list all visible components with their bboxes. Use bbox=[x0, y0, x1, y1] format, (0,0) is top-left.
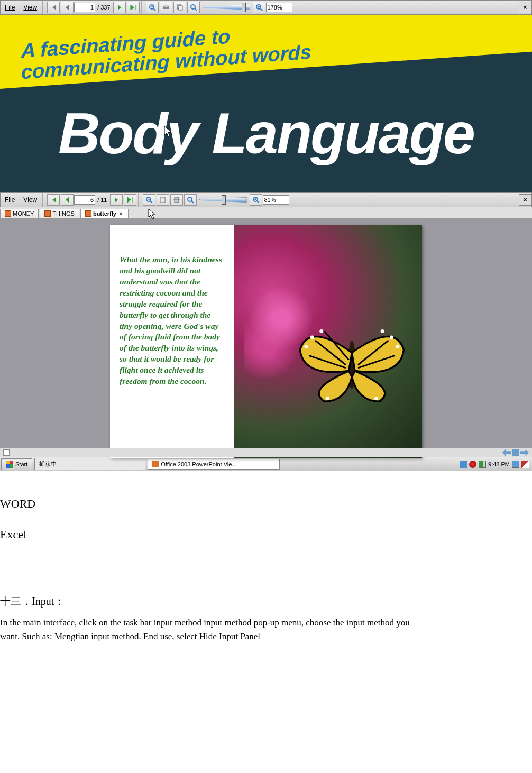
close-button[interactable]: × bbox=[519, 194, 531, 206]
next-page-button[interactable] bbox=[110, 194, 123, 206]
prev-slide-button[interactable] bbox=[502, 449, 511, 456]
ppt-icon bbox=[152, 461, 159, 467]
svg-point-33 bbox=[319, 329, 323, 333]
viewer2-statusbar bbox=[0, 448, 532, 457]
fit-button[interactable] bbox=[184, 194, 197, 206]
slide-body-text: What the man, in his kindness and his go… bbox=[120, 254, 225, 387]
print-button[interactable] bbox=[160, 2, 172, 13]
separator bbox=[138, 193, 141, 207]
file-menu[interactable]: File bbox=[1, 195, 19, 205]
tab-things[interactable]: THINGS bbox=[40, 209, 79, 218]
document-tab-strip: MONEY THINGS butterfly× bbox=[0, 207, 532, 219]
task-label: 捕获中 bbox=[39, 460, 57, 468]
zoom-value-input[interactable] bbox=[263, 195, 289, 205]
view-mode-icon[interactable] bbox=[3, 449, 10, 456]
current-slide-button[interactable] bbox=[512, 449, 519, 456]
task-capture[interactable]: 捕获中 bbox=[34, 458, 145, 470]
viewer1-toolbar: File View / 337 × bbox=[0, 0, 532, 15]
mouse-cursor-icon bbox=[148, 208, 157, 220]
zoom-out-button[interactable] bbox=[143, 194, 155, 206]
mouse-cursor-icon bbox=[164, 126, 172, 137]
tray-pen-icon[interactable] bbox=[521, 461, 529, 468]
tab-label: MONEY bbox=[13, 210, 34, 217]
zoom-slider[interactable] bbox=[199, 194, 247, 206]
svg-point-37 bbox=[325, 397, 329, 400]
svg-line-10 bbox=[260, 8, 262, 11]
clock[interactable]: 9:48 PM bbox=[488, 461, 510, 467]
zoom-slider[interactable] bbox=[203, 2, 250, 13]
svg-point-19 bbox=[188, 197, 192, 201]
system-tray: 9:48 PM bbox=[456, 461, 532, 468]
tab-label: THINGS bbox=[52, 210, 75, 217]
view-menu[interactable]: View bbox=[19, 2, 41, 13]
heading-word: WORD bbox=[0, 497, 529, 511]
copy-button[interactable] bbox=[173, 2, 186, 13]
last-page-button[interactable] bbox=[124, 194, 136, 206]
tab-butterfly[interactable]: butterfly× bbox=[80, 209, 129, 218]
svg-point-38 bbox=[374, 397, 378, 400]
start-button[interactable]: Start bbox=[1, 458, 32, 470]
windows-taskbar: Start 捕获中 Office 2003 PowerPoint Vie... … bbox=[0, 457, 532, 471]
svg-line-14 bbox=[150, 201, 152, 203]
slide-image-region bbox=[234, 225, 422, 458]
section-13-title: 十三．Input： bbox=[0, 594, 529, 609]
zoom-value-input[interactable] bbox=[266, 3, 292, 12]
task-powerpoint-viewer[interactable]: Office 2003 PowerPoint Vie... bbox=[148, 459, 280, 470]
viewer1-document-area: A fascinating guide to communicating wit… bbox=[0, 15, 532, 192]
ppt-icon bbox=[85, 210, 91, 217]
svg-point-34 bbox=[396, 345, 399, 348]
last-page-button[interactable] bbox=[127, 2, 140, 13]
page-button[interactable] bbox=[157, 194, 169, 206]
first-page-button[interactable] bbox=[47, 2, 60, 13]
page-total-label: / 11 bbox=[95, 197, 109, 203]
tray-app-icon[interactable] bbox=[460, 461, 467, 468]
slide-text-region: What the man, in his kindness and his go… bbox=[110, 225, 234, 458]
prev-page-button[interactable] bbox=[61, 194, 74, 206]
svg-rect-16 bbox=[161, 197, 165, 203]
svg-rect-4 bbox=[164, 5, 168, 7]
view-menu[interactable]: View bbox=[19, 195, 41, 205]
ppt-icon bbox=[44, 210, 51, 217]
tray-battery-icon[interactable] bbox=[479, 461, 486, 468]
separator bbox=[42, 1, 45, 14]
separator bbox=[141, 1, 144, 14]
book-title: Body Language bbox=[0, 99, 532, 167]
svg-point-31 bbox=[304, 345, 308, 348]
svg-line-1 bbox=[153, 8, 155, 11]
svg-line-22 bbox=[257, 201, 259, 203]
task-label: Office 2003 PowerPoint Vie... bbox=[161, 461, 236, 467]
file-menu[interactable]: File bbox=[1, 2, 19, 13]
section-13-body: In the main interface, click on the task… bbox=[0, 616, 423, 643]
close-button[interactable]: × bbox=[519, 2, 531, 13]
viewer2-document-area: What the man, in his kindness and his go… bbox=[0, 219, 532, 457]
document-body: WORD Excel 十三．Input： In the main interfa… bbox=[0, 471, 532, 648]
start-label: Start bbox=[15, 461, 27, 467]
page-number-input[interactable] bbox=[74, 195, 95, 205]
zoom-out-button[interactable] bbox=[146, 2, 159, 13]
tab-money[interactable]: MONEY bbox=[0, 209, 39, 218]
tray-volume-icon[interactable] bbox=[469, 461, 476, 468]
svg-point-7 bbox=[191, 5, 195, 9]
svg-line-20 bbox=[191, 201, 194, 203]
svg-point-32 bbox=[310, 336, 314, 339]
page-number-input[interactable] bbox=[74, 3, 95, 12]
svg-point-35 bbox=[389, 336, 393, 339]
tab-close-button[interactable]: × bbox=[118, 211, 124, 216]
windows-flag-icon bbox=[6, 461, 13, 468]
fit-button[interactable] bbox=[187, 2, 200, 13]
zoom-in-button[interactable] bbox=[253, 2, 265, 13]
fit-width-button[interactable] bbox=[170, 194, 183, 206]
svg-rect-6 bbox=[179, 6, 182, 10]
ppt-icon bbox=[5, 210, 11, 217]
next-page-button[interactable] bbox=[113, 2, 126, 13]
zoom-in-button[interactable] bbox=[250, 194, 262, 206]
slide: What the man, in his kindness and his go… bbox=[110, 225, 422, 458]
prev-page-button[interactable] bbox=[61, 2, 74, 13]
next-slide-button[interactable] bbox=[520, 449, 529, 456]
tray-desktop-icon[interactable] bbox=[512, 461, 519, 468]
first-page-button[interactable] bbox=[47, 194, 60, 206]
butterfly-image bbox=[291, 307, 413, 423]
svg-line-8 bbox=[195, 8, 197, 11]
svg-point-36 bbox=[380, 329, 384, 333]
heading-excel: Excel bbox=[0, 528, 529, 541]
